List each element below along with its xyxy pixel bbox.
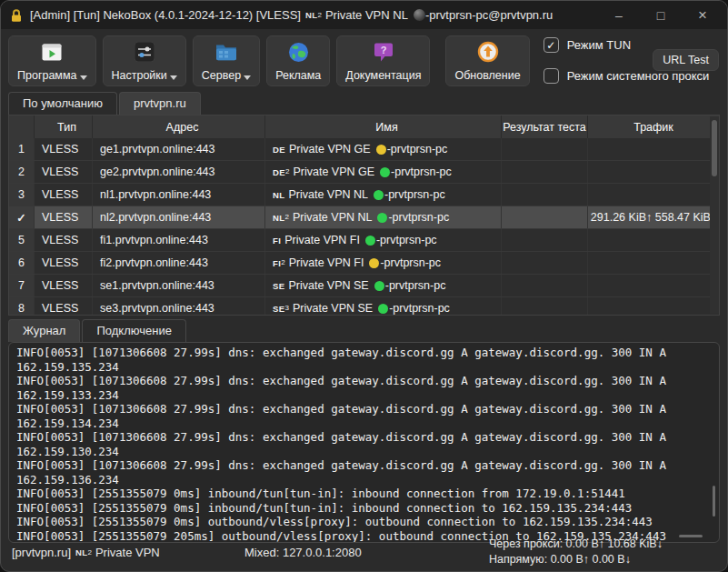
test-result <box>502 297 588 316</box>
log-tab-1[interactable]: Подключение <box>82 319 185 342</box>
server-name-text: Private VPN NL <box>293 211 373 224</box>
toolbar-button-settings[interactable]: Настройки <box>103 35 186 86</box>
table-row[interactable]: 1VLESSge1.prvtvpn.online:443DEPrivate VP… <box>9 138 719 161</box>
title-server-name: Private VPN NL <box>325 8 408 22</box>
minimize-button[interactable]: – <box>603 2 634 29</box>
log-output[interactable]: INFO[0053] [1071306608 27.99s] dns: exch… <box>16 346 712 543</box>
toolbar-button-labelrow: Документация <box>345 69 421 82</box>
server-type: VLESS <box>35 297 93 316</box>
toolbar-button-docs[interactable]: ?Документация <box>336 35 430 86</box>
toolbar-button-label: Обновление <box>454 69 520 82</box>
server-type: VLESS <box>35 252 93 274</box>
device-name: -prvtprsn-pc <box>380 256 441 269</box>
url-test-button[interactable]: URL Test <box>653 49 719 71</box>
server-address: ge1.prvtvpn.online:443 <box>93 138 265 160</box>
log-tab-0[interactable]: Журнал <box>8 319 80 342</box>
toolbar-button-program[interactable]: Программа <box>8 35 96 86</box>
status-dot-green <box>380 167 390 177</box>
server-type: VLESS <box>35 161 93 183</box>
server-table-body: 1VLESSge1.prvtvpn.online:443DEPrivate VP… <box>9 138 719 316</box>
toolbar-button-labelrow: Обновление <box>454 69 520 82</box>
toolbar-button-label: Сервер <box>202 69 241 82</box>
device-name: -prvtprsn-pc <box>384 188 445 201</box>
server-name: NLPrivate VPN NL-prvtprsn-pc <box>265 184 502 206</box>
settings-icon <box>135 41 155 63</box>
server-name: FI2Private VPN FI-prvtprsn-pc <box>265 252 502 274</box>
tun-mode-label: Режим TUN <box>567 38 631 52</box>
tun-mode-checkbox[interactable]: ✓ <box>544 37 559 53</box>
group-tab-0[interactable]: По умолчанию <box>8 92 117 115</box>
question-bubble-icon: ? <box>374 41 394 63</box>
server-address: fi2.prvtvpn.online:443 <box>93 252 265 274</box>
test-result <box>502 229 588 251</box>
server-table: Тип Адрес Имя Результат теста Трафик 1VL… <box>8 115 720 316</box>
server-address: ge2.prvtvpn.online:443 <box>93 161 265 183</box>
table-row[interactable]: 8VLESSse3.prvtvpn.online:443SE3Private V… <box>9 297 719 316</box>
server-address: se3.prvtvpn.online:443 <box>93 297 265 316</box>
server-name-text: Private VPN SE <box>288 279 368 292</box>
test-result <box>502 206 588 228</box>
title-account: -prvtprsn-pc@prvtvpn.ru <box>425 8 553 22</box>
title-country-code: NL <box>305 10 317 20</box>
country-code: DE <box>273 145 285 155</box>
table-scrollbar-thumb[interactable] <box>712 120 717 176</box>
column-header-type[interactable]: Тип <box>35 115 93 138</box>
row-selected-check: ✓ <box>9 206 35 228</box>
log-line: INFO[0053] [1071306608 27.99s] dns: exch… <box>16 402 712 430</box>
mixed-listen-address: Mixed: 127.0.0.1:2080 <box>244 546 362 559</box>
traffic-value <box>588 229 719 251</box>
device-name: -prvtprsn-pc <box>389 302 450 315</box>
table-row[interactable]: 3VLESSnl1.prvtvpn.online:443NLPrivate VP… <box>9 184 719 206</box>
test-result <box>502 161 588 183</box>
log-panel: INFO[0053] [1071306608 27.99s] dns: exch… <box>8 342 720 543</box>
status-dot-green <box>377 213 387 223</box>
traffic-value <box>588 161 719 183</box>
table-scrollbar[interactable] <box>710 116 719 314</box>
table-row[interactable]: 6VLESSfi2.prvtvpn.online:443FI2Private V… <box>9 252 719 275</box>
column-header-number[interactable] <box>9 115 35 138</box>
toolbar-button-ads[interactable]: Реклама <box>266 35 330 86</box>
toolbar-button-update[interactable]: Обновление <box>445 35 529 86</box>
column-header-test-result[interactable]: Результат теста <box>502 115 588 138</box>
test-result <box>502 184 588 206</box>
test-result <box>502 252 588 274</box>
maximize-button[interactable]: □ <box>645 2 676 29</box>
device-name: -prvtprsn-pc <box>387 143 448 156</box>
table-row[interactable]: 7VLESSse1.prvtvpn.online:443SEPrivate VP… <box>9 275 719 297</box>
server-type: VLESS <box>35 229 93 251</box>
direct-traffic: Напрямую: 0.00 B↑ 0.00 B↓ <box>489 552 663 567</box>
table-row[interactable]: 5VLESSfi1.prvtvpn.online:443FIPrivate VP… <box>9 229 719 252</box>
device-name: -prvtprsn-pc <box>385 279 446 292</box>
column-header-address[interactable]: Адрес <box>93 115 265 138</box>
test-result <box>502 275 588 296</box>
traffic-summary: Через прокси: 0.00 B↑ 10.68 KiB↓ Напряму… <box>489 537 663 567</box>
server-type: VLESS <box>35 138 93 160</box>
server-address: nl1.prvtvpn.online:443 <box>93 184 265 206</box>
traffic-value <box>588 275 719 296</box>
table-header: Тип Адрес Имя Результат теста Трафик <box>9 115 719 138</box>
server-name-text: Private VPN NL <box>288 188 368 201</box>
title-bar[interactable]: [Admin] [Tun] NekoBox (4.0.1-2024-12-12)… <box>1 1 727 29</box>
country-code: SE <box>273 304 284 314</box>
account-sphere-icon <box>414 9 425 21</box>
table-row[interactable]: ✓VLESSnl2.prvtvpn.online:443NL2Private V… <box>9 206 719 229</box>
folder-icon <box>215 41 237 63</box>
traffic-value <box>588 297 719 316</box>
server-name-text: Private VPN FI <box>289 256 364 269</box>
server-name-text: Private VPN GE <box>289 143 371 156</box>
close-button[interactable]: × <box>687 2 718 29</box>
row-number: 2 <box>9 161 35 183</box>
status-server-name: Private VPN <box>95 546 160 559</box>
program-icon <box>41 41 63 63</box>
group-tab-1[interactable]: prvtvpn.ru <box>119 92 201 115</box>
status-dot-yellow <box>369 258 379 268</box>
traffic-value <box>588 138 719 160</box>
column-header-name[interactable]: Имя <box>265 115 502 138</box>
system-proxy-checkbox[interactable] <box>544 68 559 84</box>
server-type: VLESS <box>35 275 93 296</box>
toolbar-button-server[interactable]: Сервер <box>193 35 260 86</box>
table-row[interactable]: 2VLESSge2.prvtvpn.online:443DE2Private V… <box>9 161 719 184</box>
log-vertical-scrollbar-thumb[interactable] <box>713 486 715 517</box>
column-header-traffic[interactable]: Трафик <box>588 115 719 138</box>
toolbar-button-labelrow: Программа <box>17 69 87 82</box>
